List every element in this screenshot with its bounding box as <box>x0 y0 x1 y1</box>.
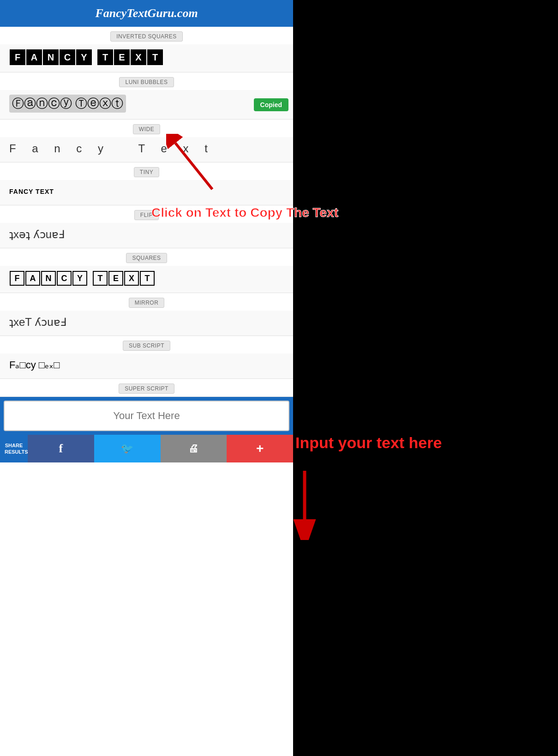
wide-label: WIDE <box>133 124 160 134</box>
squares-content[interactable]: FANCYTEXT <box>0 266 293 293</box>
wide-section[interactable]: WIDE F a n c y T e x t <box>0 120 293 162</box>
luni-bubbles-section[interactable]: LUNI BUBBLES Ⓕⓐⓝⓒⓨ Ⓣⓔⓧⓣ Copied <box>0 72 293 120</box>
facebook-share-button[interactable]: f <box>28 435 94 462</box>
mirror-text[interactable]: ʇxeT ʎɔuɐℲ <box>9 316 66 329</box>
twitter-share-button[interactable]: 🐦 <box>94 435 161 462</box>
input-annotation-text: Input your text here <box>295 434 442 452</box>
share-bar: SHARERESULTS: f 🐦 🖨 + <box>0 435 293 462</box>
superscript-label: SUPER SCRIPT <box>119 384 174 394</box>
site-header: FancyTextGuru.com <box>0 0 293 27</box>
facebook-icon: f <box>59 442 63 456</box>
flip-label: FLIP <box>134 210 159 220</box>
print-icon: 🖨 <box>188 443 198 455</box>
luni-bubbles-display: Ⓕⓐⓝⓒⓨ Ⓣⓔⓧⓣ <box>12 96 123 110</box>
subscript-content[interactable]: Fₐ□cy □ₑₓ□ <box>0 354 293 378</box>
share-label: SHARERESULTS: <box>0 442 28 456</box>
inverted-squares-text[interactable]: FANCYTEXT <box>9 49 163 66</box>
luni-bubbles-text[interactable]: Ⓕⓐⓝⓒⓨ Ⓣⓔⓧⓣ <box>9 95 126 113</box>
inverted-squares-section[interactable]: INVERTED SQUARES FANCYTEXT <box>0 27 293 72</box>
right-panel <box>293 0 558 756</box>
inverted-squares-label: INVERTED SQUARES <box>110 31 182 42</box>
subscript-label: SUB SCRIPT <box>123 341 170 351</box>
twitter-icon: 🐦 <box>121 443 133 455</box>
wide-text[interactable]: F a n c y T e x t <box>9 142 214 155</box>
inverted-squares-content[interactable]: FANCYTEXT <box>0 44 293 72</box>
squares-section[interactable]: SQUARES FANCYTEXT <box>0 248 293 293</box>
input-arrow-icon <box>286 466 332 540</box>
copied-badge: Copied <box>254 98 288 111</box>
luni-bubbles-content[interactable]: Ⓕⓐⓝⓒⓨ Ⓣⓔⓧⓣ Copied <box>0 90 293 119</box>
mirror-content[interactable]: ʇxeT ʎɔuɐℲ <box>0 311 293 336</box>
more-icon: + <box>256 441 264 456</box>
tiny-label: TINY <box>134 167 159 177</box>
squares-text[interactable]: FANCYTEXT <box>9 270 155 286</box>
squares-label: SQUARES <box>126 253 167 263</box>
more-share-button[interactable]: + <box>227 435 293 462</box>
mirror-label: MIRROR <box>129 298 165 308</box>
subscript-text[interactable]: Fₐ□cy □ₑₓ□ <box>9 359 60 371</box>
flip-text[interactable]: ʇxǝʇ ʎɔuɐℲ <box>9 228 65 241</box>
mirror-section[interactable]: MIRROR ʇxeT ʎɔuɐℲ <box>0 293 293 336</box>
print-share-button[interactable]: 🖨 <box>161 435 227 462</box>
flip-content[interactable]: ʇxǝʇ ʎɔuɐℲ <box>0 223 293 248</box>
tiny-section[interactable]: TINY FANCY TEXT <box>0 162 293 205</box>
input-area[interactable] <box>0 397 293 435</box>
text-input[interactable] <box>4 401 289 431</box>
flip-section[interactable]: FLIP ʇxǝʇ ʎɔuɐℲ <box>0 205 293 248</box>
wide-content[interactable]: F a n c y T e x t <box>0 137 293 162</box>
subscript-section[interactable]: SUB SCRIPT Fₐ□cy □ₑₓ□ <box>0 336 293 379</box>
site-title: FancyTextGuru.com <box>95 6 198 20</box>
tiny-content[interactable]: FANCY TEXT <box>0 180 293 205</box>
tiny-text[interactable]: FANCY TEXT <box>9 188 54 195</box>
superscript-section[interactable]: SUPER SCRIPT <box>0 379 293 397</box>
luni-bubbles-label: LUNI BUBBLES <box>119 77 174 87</box>
